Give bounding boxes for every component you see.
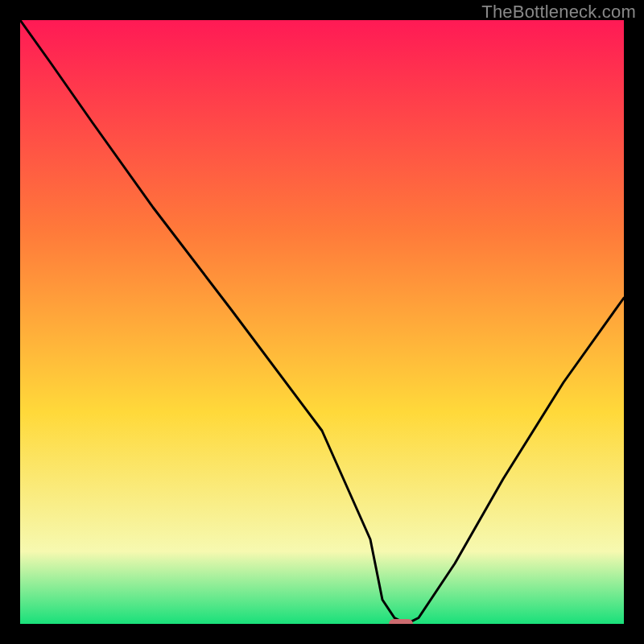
chart-frame: TheBottleneck.com [0, 0, 644, 644]
plot-area [20, 20, 624, 624]
optimal-marker [389, 619, 413, 624]
bottleneck-curve [20, 20, 624, 624]
